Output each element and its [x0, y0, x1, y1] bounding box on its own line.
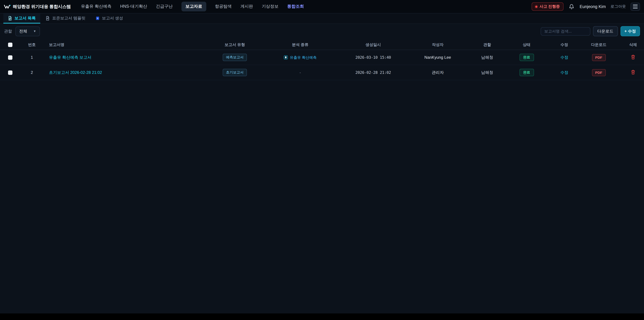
- jurisdiction-select-value: 전체: [19, 28, 27, 34]
- author-name: NanKyung Lee: [401, 55, 474, 60]
- navbar-right: 사고 진행중 Eunjeong Kim 로그아웃: [532, 2, 640, 11]
- chevron-down-icon: ▼: [33, 30, 36, 33]
- nav-item-hns[interactable]: HNS·대기확산: [120, 2, 147, 12]
- nav-item-reports[interactable]: 보고자료: [182, 2, 206, 12]
- row-checkbox[interactable]: [8, 70, 12, 75]
- incident-status-badge: 사고 진행중: [532, 2, 564, 11]
- col-header-status: 상태: [500, 42, 554, 47]
- pdf-download-button[interactable]: PDF: [592, 69, 606, 76]
- col-header-download: 다운로드: [575, 42, 622, 47]
- tab-standard-template[interactable]: 표준보고서 템플릿: [41, 14, 90, 24]
- empty-content-area: [0, 80, 644, 313]
- row-number: 1: [20, 55, 44, 60]
- nav-item-weather[interactable]: 기상정보: [262, 2, 278, 12]
- col-header-type: 보고서 유형: [215, 42, 255, 47]
- wing-logo-icon: [4, 4, 11, 9]
- notification-bell-icon[interactable]: [568, 3, 575, 10]
- nav-item-integrated-inquiry[interactable]: 통합조회: [287, 2, 304, 12]
- col-header-author: 작성자: [401, 42, 474, 47]
- col-header-name: 보고서명: [44, 42, 215, 47]
- col-header-no: 번호: [20, 42, 44, 47]
- app-window: 해양환경 위기대응 통합시스템 유출유 확산예측 HNS·대기확산 긴급구난 보…: [0, 0, 644, 320]
- report-tabs: 보고서 목록 표준보고서 템플릿 보고서 생성: [0, 14, 644, 24]
- col-header-analysis: 분석 종류: [255, 42, 346, 47]
- delete-trash-icon[interactable]: [631, 55, 635, 59]
- created-datetime: 2026-02-28 21:02: [346, 70, 401, 75]
- delete-trash-icon[interactable]: [631, 70, 635, 74]
- download-button[interactable]: 다운로드: [593, 26, 618, 36]
- author-name: 관리자: [401, 70, 474, 75]
- jurisdiction-value: 남해청: [474, 55, 500, 60]
- tab-report-list[interactable]: 보고서 목록: [3, 14, 40, 24]
- report-type-badge: 초기보고서: [223, 69, 247, 76]
- document-list-icon: [8, 16, 12, 20]
- col-header-created: 생성일시: [346, 42, 401, 47]
- tab-standard-template-label: 표준보고서 템플릿: [52, 15, 86, 21]
- nav-item-aerial-search[interactable]: 항공탐색: [215, 2, 232, 12]
- oil-droplet-icon: [284, 56, 288, 60]
- report-type-badge: 예측보고서: [223, 54, 247, 61]
- table-row: 1 유출유 확산예측 보고서 예측보고서 유출유 확산예측 2026-03-10…: [0, 50, 644, 65]
- top-navbar: 해양환경 위기대응 통합시스템 유출유 확산예측 HNS·대기확산 긴급구난 보…: [0, 0, 644, 14]
- create-button[interactable]: + 수정: [620, 26, 640, 36]
- created-datetime: 2026-03-10 15:40: [346, 55, 401, 60]
- select-all-checkbox[interactable]: [8, 43, 12, 47]
- hamburger-menu-icon[interactable]: [630, 3, 640, 11]
- edit-link[interactable]: 수정: [560, 55, 568, 60]
- main-nav: 유출유 확산예측 HNS·대기확산 긴급구난 보고자료 항공탐색 게시판 기상정…: [81, 2, 304, 12]
- table-row: 2 초기보고서 2026-02-28 21:02 초기보고서 - 2026-02…: [0, 65, 644, 80]
- col-header-jurisdiction: 관할: [474, 42, 500, 47]
- brand-logo[interactable]: 해양환경 위기대응 통합시스템: [4, 4, 71, 10]
- edit-link[interactable]: 수정: [560, 70, 568, 75]
- tab-create-report[interactable]: 보고서 생성: [91, 14, 128, 24]
- filter-bar: 관할 전체 ▼ 다운로드 + 수정: [0, 24, 644, 39]
- bottom-strip: [0, 313, 644, 320]
- incident-badge-label: 사고 진행중: [540, 4, 560, 9]
- status-badge: 완료: [520, 69, 534, 76]
- report-search-input[interactable]: [540, 27, 590, 36]
- system-title: 해양환경 위기대응 통합시스템: [13, 4, 71, 10]
- document-template-icon: [46, 16, 50, 20]
- jurisdiction-select[interactable]: 전체 ▼: [16, 26, 40, 36]
- analysis-type-label: 유출유 확산예측: [290, 55, 317, 60]
- row-checkbox[interactable]: [8, 55, 12, 60]
- nav-item-board[interactable]: 게시판: [240, 2, 253, 12]
- report-name-link[interactable]: 유출유 확산예측 보고서: [49, 55, 92, 60]
- pdf-download-button[interactable]: PDF: [592, 54, 606, 61]
- nav-item-oil-spill[interactable]: 유출유 확산예측: [81, 2, 111, 12]
- row-number: 2: [20, 70, 44, 75]
- tab-create-report-label: 보고서 생성: [102, 15, 123, 21]
- analysis-type-link[interactable]: 유출유 확산예측: [284, 55, 317, 60]
- report-name-link[interactable]: 초기보고서 2026-02-28 21:02: [49, 70, 102, 75]
- analysis-type-empty: -: [300, 70, 301, 75]
- incident-dot-icon: [536, 6, 538, 8]
- tab-report-list-label: 보고서 목록: [14, 15, 36, 21]
- logout-link[interactable]: 로그아웃: [610, 4, 626, 9]
- status-badge: 완료: [520, 54, 534, 61]
- jurisdiction-value: 남해청: [474, 70, 500, 75]
- report-table: 번호 보고서명 보고서 유형 분석 종류 생성일시 작성자 관할 상태 수정 다…: [0, 39, 644, 313]
- col-header-delete: 삭제: [622, 42, 644, 47]
- jurisdiction-filter-label: 관할: [4, 28, 12, 34]
- user-name: Eunjeong Kim: [580, 4, 606, 9]
- filter-actions: 다운로드 + 수정: [540, 26, 640, 36]
- document-create-icon: [96, 16, 100, 20]
- col-header-edit: 수정: [554, 42, 575, 47]
- table-header-row: 번호 보고서명 보고서 유형 분석 종류 생성일시 작성자 관할 상태 수정 다…: [0, 40, 644, 50]
- nav-item-rescue[interactable]: 긴급구난: [156, 2, 173, 12]
